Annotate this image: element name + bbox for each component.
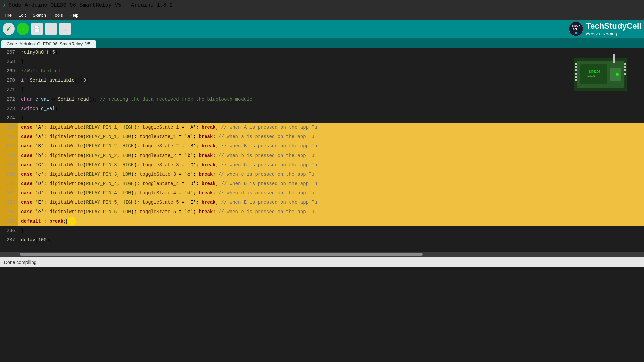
code-line-267: 267 relayOnOff(5);: [0, 48, 644, 57]
line-number: 279: [0, 160, 18, 170]
line-content: case 'a': digitalWrite(RELAY_PIN_1, LOW)…: [18, 132, 644, 141]
svg-rect-13: [575, 79, 577, 81]
menu-sketch[interactable]: Sketch: [29, 12, 49, 18]
line-number: 284: [0, 207, 18, 217]
logo-icon: STUDY CELL: [569, 21, 583, 36]
svg-point-3: [575, 32, 577, 34]
line-content: case 'e': digitalWrite(RELAY_PIN_5, LOW)…: [18, 207, 644, 217]
code-line-273: 273 switch(c_val): [0, 104, 644, 113]
line-content: case 'D': digitalWrite(RELAY_PIN_4, HIGH…: [18, 179, 644, 188]
menu-bar: File Edit Sketch Tools Help: [0, 11, 644, 20]
svg-text:NodeMCU: NodeMCU: [587, 75, 596, 77]
line-number: 267: [0, 48, 18, 57]
svg-rect-17: [624, 73, 626, 75]
svg-rect-7: [610, 68, 621, 81]
code-line-275: 275 case 'A': digitalWrite(RELAY_PIN_1, …: [0, 123, 644, 132]
line-number: 274: [0, 113, 18, 123]
svg-rect-16: [624, 69, 626, 71]
svg-rect-11: [575, 73, 577, 75]
svg-rect-6: [580, 64, 607, 84]
svg-text:ESP8266: ESP8266: [589, 70, 600, 73]
title-bar-text: Code_Arduino_OLED0.96_SmartRelay_V5 | Ar…: [9, 2, 173, 8]
line-content: default : break;: [18, 217, 644, 226]
svg-rect-12: [575, 76, 577, 78]
line-content: case 'E': digitalWrite(RELAY_PIN_5, HIGH…: [18, 198, 644, 207]
code-line-282: 282 case 'd': digitalWrite(RELAY_PIN_4, …: [0, 188, 644, 198]
code-line-287: 287 delay(100);: [0, 235, 644, 245]
code-line-286: 286 }: [0, 226, 644, 235]
code-editor[interactable]: ESP8266 NodeMCU 267 relayOnOff(5);268 }2…: [0, 48, 644, 252]
code-line-272: 272 char c_val = Serial.read(); // readi…: [0, 95, 644, 104]
code-line-274: 274 {: [0, 113, 644, 123]
line-content: case 'A': digitalWrite(RELAY_PIN_1, HIGH…: [18, 123, 644, 132]
open-button[interactable]: ↑: [45, 23, 57, 35]
save-button[interactable]: ↓: [59, 23, 71, 35]
line-number: 270: [0, 76, 18, 85]
line-number: 272: [0, 95, 18, 104]
svg-text:CELL: CELL: [573, 28, 579, 31]
module-image: ESP8266 NodeMCU: [564, 51, 637, 101]
horizontal-scrollbar[interactable]: [0, 252, 644, 257]
line-content: //WiFi Control: [18, 66, 644, 76]
line-number: 275: [0, 123, 18, 132]
line-content: switch(c_val): [18, 104, 644, 113]
line-content: if(Serial.available()>0): [18, 76, 644, 85]
line-number: 269: [0, 66, 18, 76]
line-content: char c_val = Serial.read(); // reading t…: [18, 95, 644, 104]
code-tab[interactable]: Code_Arduino_OLED0.96_SmartRelay_V5: [1, 40, 96, 48]
toolbar: ✓ → 📄 ↑ ↓ STUDY CELL TechStudyCell Enjoy…: [0, 20, 644, 38]
code-line-269: 269 //WiFi Control: [0, 66, 644, 76]
brand-name: TechStudyCell: [586, 21, 641, 31]
line-number: 268: [0, 57, 18, 66]
line-content: case 'd': digitalWrite(RELAY_PIN_4, LOW)…: [18, 188, 644, 198]
svg-rect-9: [575, 66, 577, 68]
logo-text: TechStudyCell Enjoy Learning...: [586, 21, 641, 36]
line-number: 286: [0, 226, 18, 235]
status-bar: Done compiling.: [0, 257, 644, 267]
code-line-270: 270 if(Serial.available()>0): [0, 76, 644, 85]
code-line-279: 279 case 'C': digitalWrite(RELAY_PIN_3, …: [0, 160, 644, 170]
brand-tagline: Enjoy Learning...: [586, 31, 641, 36]
code-line-285: 285 default : break;: [0, 217, 644, 226]
line-content: }: [18, 226, 644, 235]
code-line-277: 277 case 'B': digitalWrite(RELAY_PIN_2, …: [0, 141, 644, 151]
code-line-278: 278 case 'b': digitalWrite(RELAY_PIN_2, …: [0, 151, 644, 160]
code-line-268: 268 }: [0, 57, 644, 66]
code-line-284: 284 case 'e': digitalWrite(RELAY_PIN_5, …: [0, 207, 644, 217]
line-number: 282: [0, 188, 18, 198]
line-number: 278: [0, 151, 18, 160]
line-content: delay(100);: [18, 235, 644, 245]
line-content: }: [18, 57, 644, 66]
line-number: 281: [0, 179, 18, 188]
verify-button[interactable]: ✓: [3, 23, 15, 35]
line-number: 280: [0, 170, 18, 179]
svg-rect-14: [624, 63, 626, 65]
code-lines-container: 267 relayOnOff(5);268 }269 //WiFi Contro…: [0, 48, 644, 245]
tab-bar: Code_Arduino_OLED0.96_SmartRelay_V5: [0, 38, 644, 48]
svg-rect-8: [575, 63, 577, 65]
line-number: 285: [0, 217, 18, 226]
svg-point-21: [616, 73, 619, 76]
scrollbar-thumb[interactable]: [20, 253, 423, 256]
line-content: relayOnOff(5);: [18, 48, 644, 57]
menu-file[interactable]: File: [1, 12, 15, 18]
svg-rect-18: [613, 54, 615, 63]
app-icon: ⚡: [3, 2, 6, 9]
code-line-283: 283 case 'E': digitalWrite(RELAY_PIN_5, …: [0, 198, 644, 207]
code-line-276: 276 case 'a': digitalWrite(RELAY_PIN_1, …: [0, 132, 644, 141]
line-number: 283: [0, 198, 18, 207]
line-number: 271: [0, 85, 18, 95]
new-button[interactable]: 📄: [31, 23, 43, 35]
menu-tools[interactable]: Tools: [49, 12, 66, 18]
svg-text:STUDY: STUDY: [572, 25, 580, 27]
code-line-280: 280 case 'c': digitalWrite(RELAY_PIN_3, …: [0, 170, 644, 179]
line-number: 277: [0, 141, 18, 151]
line-content: case 'B': digitalWrite(RELAY_PIN_2, HIGH…: [18, 141, 644, 151]
menu-help[interactable]: Help: [66, 12, 82, 18]
code-line-271: 271 {: [0, 85, 644, 95]
upload-button[interactable]: →: [17, 23, 29, 35]
svg-rect-15: [624, 66, 626, 68]
line-number: 273: [0, 104, 18, 113]
line-content: case 'C': digitalWrite(RELAY_PIN_3, HIGH…: [18, 160, 644, 170]
menu-edit[interactable]: Edit: [15, 12, 29, 18]
